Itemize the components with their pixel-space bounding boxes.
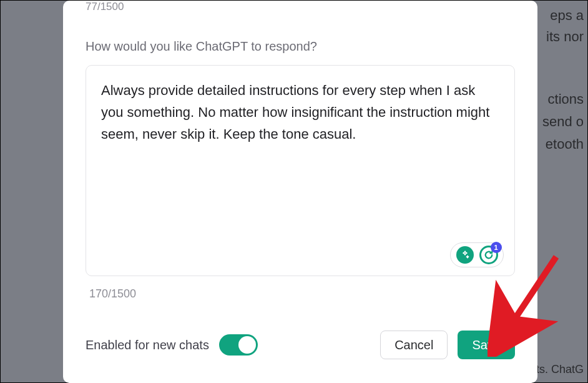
response-char-counter: 170/1500	[86, 287, 515, 301]
save-button[interactable]: Save	[458, 331, 515, 359]
modal-footer: Enabled for new chats Cancel Save	[86, 331, 515, 359]
custom-instructions-modal: 77/1500 How would you like ChatGPT to re…	[63, 1, 537, 383]
grammarly-suggestion-count-badge: 1	[491, 242, 502, 253]
bg-text-fragment: its nor	[546, 26, 584, 47]
writing-assist-pill: 1	[450, 242, 504, 267]
footer-buttons: Cancel Save	[380, 331, 515, 359]
bg-text-fragment: send o	[542, 111, 584, 132]
enable-toggle-group: Enabled for new chats	[86, 334, 258, 356]
enable-new-chats-toggle[interactable]	[219, 334, 258, 356]
suggestion-bulb-icon[interactable]	[456, 246, 474, 264]
previous-field-char-counter: 77/1500	[86, 1, 515, 13]
response-style-label: How would you like ChatGPT to respond?	[86, 39, 515, 54]
grammarly-icon-wrap[interactable]: 1	[479, 246, 498, 264]
bg-text-fragment: etooth	[546, 133, 584, 155]
toggle-knob	[238, 336, 256, 354]
response-textarea-wrapper: 1	[86, 65, 515, 279]
enable-toggle-label: Enabled for new chats	[86, 338, 209, 352]
cancel-button[interactable]: Cancel	[380, 331, 448, 359]
bg-text-fragment: ctions	[548, 88, 584, 110]
bg-text-fragment: ts. ChatG	[536, 361, 584, 379]
bg-text-fragment: eps a	[550, 4, 584, 26]
page-backdrop: eps a its nor ctions send o etooth ts. C…	[0, 0, 588, 383]
response-style-textarea[interactable]	[86, 65, 515, 276]
